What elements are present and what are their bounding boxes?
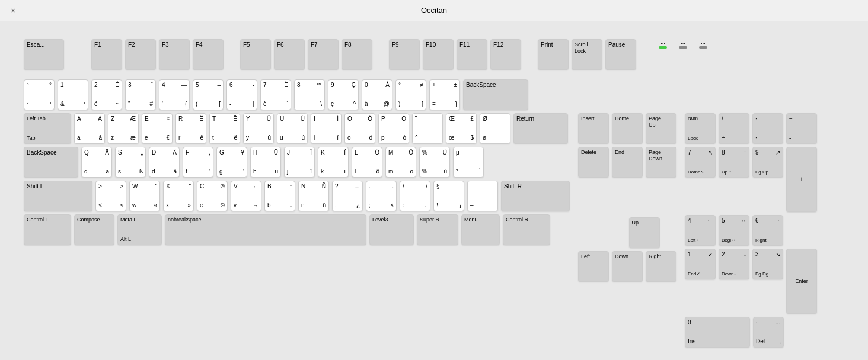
key-up[interactable]: Up: [629, 217, 660, 248]
key-q[interactable]: QÄ qä: [81, 147, 112, 178]
key-compose[interactable]: Compose: [74, 214, 114, 245]
key-o[interactable]: OÓ oó: [344, 113, 375, 144]
key-left[interactable]: Left: [578, 251, 609, 282]
key-minus[interactable]: °≠ )]: [395, 79, 426, 110]
key-1[interactable]: 1 &¹: [58, 79, 88, 110]
key-return[interactable]: Return: [513, 113, 568, 144]
key-l[interactable]: LÔ lô: [352, 147, 382, 178]
key-np0[interactable]: 0 Ins: [685, 317, 750, 348]
key-shift-right[interactable]: Shift R: [501, 181, 570, 211]
key-i[interactable]: IÍ ií: [311, 113, 342, 144]
key-8[interactable]: 8™ _\: [294, 79, 325, 110]
key-z[interactable]: ZÆ zæ: [108, 113, 139, 144]
key-5[interactable]: 5– ([: [193, 79, 224, 110]
key-f3[interactable]: F3: [159, 39, 190, 70]
key-f11[interactable]: F11: [457, 39, 487, 70]
key-7[interactable]: 7È è`: [260, 79, 291, 110]
key-3[interactable]: 3ˇ "#: [125, 79, 156, 110]
key-n[interactable]: NÑ nñ: [298, 181, 329, 211]
key-s[interactable]: S„ sß: [115, 147, 146, 178]
key-print[interactable]: Print: [538, 39, 569, 70]
key-comma[interactable]: ?… ,¿: [332, 181, 363, 211]
key-section[interactable]: §– !¡: [433, 181, 464, 211]
key-backspace-row[interactable]: BackSpace: [24, 147, 78, 178]
key-np-minus[interactable]: − -: [786, 113, 817, 144]
key-right[interactable]: Right: [646, 251, 676, 282]
key-k[interactable]: KÏ kï: [318, 147, 349, 178]
key-ctrl-right[interactable]: Control R: [503, 214, 550, 245]
key-page-down[interactable]: PageDown: [646, 147, 676, 178]
key-e[interactable]: E¢ e€: [142, 113, 173, 144]
key-bracket-l[interactable]: ¨ ^: [412, 113, 443, 144]
key-menu[interactable]: Menu: [461, 214, 500, 245]
key-period[interactable]: .. ;×: [366, 181, 397, 211]
key-a[interactable]: AÁ aá: [74, 113, 105, 144]
key-end[interactable]: End: [612, 147, 643, 178]
key-home[interactable]: Home: [612, 113, 643, 144]
key-insert[interactable]: Insert: [578, 113, 609, 144]
key-np-multiply[interactable]: · ·: [752, 113, 783, 144]
key-r[interactable]: RÊ rê: [175, 113, 206, 144]
key-np7[interactable]: 7↖ Home↖: [685, 147, 716, 178]
key-np3[interactable]: 3↘ Pg Dg: [752, 249, 783, 279]
key-f12[interactable]: F12: [490, 39, 521, 70]
key-semicolon[interactable]: %Ù %ù: [419, 147, 450, 178]
key-m[interactable]: MÖ mö: [385, 147, 416, 178]
key-f1[interactable]: F1: [91, 39, 122, 70]
key-pause[interactable]: Pause: [605, 39, 636, 70]
key-np6[interactable]: 6→ Right→: [752, 215, 783, 246]
key-lessthan[interactable]: >≥ <≤: [95, 181, 126, 211]
key-f10[interactable]: F10: [423, 39, 454, 70]
key-backspace[interactable]: BackSpace: [463, 79, 528, 110]
key-shift-left[interactable]: Shift L: [24, 181, 92, 211]
key-delete[interactable]: Delete: [578, 147, 609, 178]
key-f4[interactable]: F4: [193, 39, 224, 70]
key-equals[interactable]: +± =}: [429, 79, 460, 110]
key-down[interactable]: Down: [612, 251, 643, 282]
key-numlock[interactable]: Num Lock: [685, 113, 716, 144]
key-b[interactable]: B↑ b↓: [264, 181, 295, 211]
key-t[interactable]: TË të: [209, 113, 240, 144]
key-p[interactable]: PÒ pò: [378, 113, 409, 144]
key-quote[interactable]: µ- *`: [453, 147, 484, 178]
key-2[interactable]: 2É é~: [91, 79, 122, 110]
key-f9[interactable]: F9: [389, 39, 420, 70]
key-tab[interactable]: Left Tab Tab: [24, 113, 71, 144]
key-6[interactable]: 6- -|: [226, 79, 257, 110]
key-j[interactable]: JÎ jî: [284, 147, 315, 178]
key-d[interactable]: DÂ dâ: [149, 147, 180, 178]
key-backslash[interactable]: Ø ø: [480, 113, 510, 144]
key-page-up[interactable]: PageUp: [646, 113, 676, 144]
key-np-plus[interactable]: +: [786, 147, 817, 212]
key-np-enter[interactable]: Enter: [786, 249, 817, 314]
key-np5[interactable]: 5↔ Begi↔: [719, 215, 749, 246]
key-bracket-r[interactable]: Œ£ œ$: [446, 113, 477, 144]
key-super-right[interactable]: Super R: [417, 214, 458, 245]
key-esc[interactable]: Esca...: [24, 39, 64, 70]
key-4[interactable]: 4— '{: [159, 79, 190, 110]
key-x[interactable]: X" x»: [163, 181, 194, 211]
key-f2[interactable]: F2: [125, 39, 156, 70]
key-f[interactable]: F, f': [183, 147, 213, 178]
key-y[interactable]: YÛ yû: [243, 113, 274, 144]
key-ctrl-left[interactable]: Control L: [24, 214, 71, 245]
key-np-decimal[interactable]: ·… Del,: [753, 317, 784, 348]
key-np-divide[interactable]: / ÷: [719, 113, 749, 144]
key-w[interactable]: W" w«: [129, 181, 160, 211]
key-np8[interactable]: 8↑ Up ↑: [719, 147, 749, 178]
key-level3[interactable]: Level3 ...: [369, 214, 414, 245]
key-slash[interactable]: // :÷: [400, 181, 430, 211]
key-u[interactable]: UÚ uú: [277, 113, 308, 144]
key-np2[interactable]: 2↓ Down↓: [719, 249, 749, 279]
key-c[interactable]: C® c©: [197, 181, 228, 211]
key-0[interactable]: 0À à@: [362, 79, 392, 110]
key-f7[interactable]: F7: [308, 39, 339, 70]
key-dash[interactable]: – –: [467, 181, 498, 211]
close-button[interactable]: ×: [7, 5, 19, 17]
key-scroll-lock[interactable]: ScrollLock: [572, 39, 602, 70]
key-np1[interactable]: 1↙ End↙: [685, 249, 716, 279]
key-meta-left[interactable]: Meta L Alt L: [117, 214, 162, 245]
key-np4[interactable]: 4← Left←: [685, 215, 716, 246]
key-space[interactable]: nobreakspace: [165, 214, 366, 245]
key-backtick[interactable]: ³° ²¹: [24, 79, 55, 110]
